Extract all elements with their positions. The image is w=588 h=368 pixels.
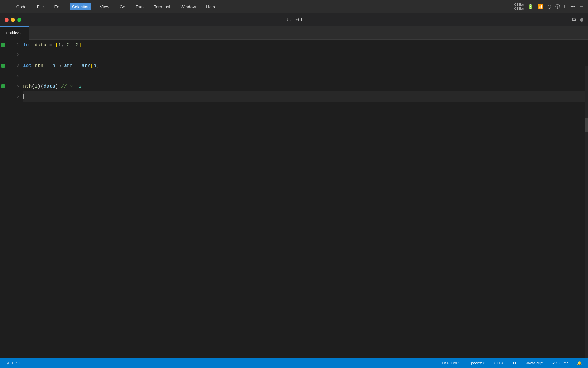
tab-bar: Untitled-1: [0, 26, 588, 40]
tab-label: Untitled-1: [6, 31, 23, 35]
network-stats: 0 KB/s 0 KB/s: [514, 3, 524, 11]
run-row-6: [0, 91, 9, 102]
statusbar-left: ⊗ 0 ⚠ 0: [5, 360, 23, 366]
var-data: data: [35, 42, 47, 48]
scrollbar-track[interactable]: [585, 66, 588, 368]
line-num-4: 4: [9, 71, 23, 81]
line-num-2: 2: [9, 50, 23, 60]
run-row-5: [0, 81, 9, 91]
line-num-1: 1: [9, 40, 23, 50]
spaces-setting[interactable]: Spaces: 2: [467, 360, 487, 366]
var-nth: nth: [35, 63, 44, 68]
apple-menu[interactable]: : [5, 4, 7, 10]
network-up: 0 KB/s: [514, 3, 524, 7]
run-indicator-1[interactable]: [1, 43, 5, 47]
menu-run[interactable]: Run: [134, 3, 145, 10]
window-title: Untitled-1: [285, 18, 303, 22]
help-circle-icon: ⓘ: [555, 4, 560, 10]
line-num-3: 3: [9, 60, 23, 71]
tab-untitled-1[interactable]: Untitled-1: [0, 26, 29, 40]
statusbar-right: Ln 6, Col 1 Spaces: 2 UTF-8 LF JavaScrip…: [440, 360, 583, 366]
line-num-6: 6: [9, 91, 23, 102]
timing: ✔ 2.30ms: [550, 360, 570, 366]
code-line-4: [23, 71, 588, 81]
error-count[interactable]: ⊗ 0 ⚠ 0: [5, 360, 23, 366]
code-line-5: nth ( 1 )( data ) // ? 2: [23, 81, 588, 91]
code-editor[interactable]: let data = [ 1 , 2 , 3 ] let nth = n ⇒ a…: [23, 40, 588, 358]
menu-bar:  Code File Edit Selection View Go Run T…: [0, 0, 588, 13]
run-row-2: [0, 50, 9, 60]
line-number-gutter: 1 2 3 4 5 6: [9, 40, 23, 358]
wifi-icon: 📶: [537, 4, 543, 9]
run-row-4: [0, 71, 9, 81]
warning-count-label: 0: [19, 361, 21, 365]
encoding[interactable]: UTF-8: [492, 360, 506, 366]
split-editor-icon[interactable]: ⧉: [572, 17, 576, 23]
network-down: 0 KB/s: [514, 7, 524, 11]
comment-q: // ?: [61, 84, 76, 89]
code-line-1: let data = [ 1 , 2 , 3 ]: [23, 40, 588, 50]
fn-nth-call: nth: [23, 84, 32, 89]
menu-file[interactable]: File: [35, 3, 45, 10]
menu-edit[interactable]: Edit: [53, 3, 63, 10]
menu-view[interactable]: View: [98, 3, 111, 10]
code-line-2: [23, 50, 588, 60]
notification-icon[interactable]: 🔔: [575, 360, 583, 366]
menu-window[interactable]: Window: [179, 3, 198, 10]
menu-go[interactable]: Go: [118, 3, 127, 10]
screen-icon: ⬡: [547, 4, 551, 9]
run-indicator-5[interactable]: [1, 84, 5, 88]
text-cursor: [23, 94, 24, 99]
run-row-3: [0, 60, 9, 71]
code-line-6[interactable]: [23, 91, 588, 102]
run-indicator-3[interactable]: [1, 64, 5, 68]
scrollbar-thumb[interactable]: [585, 118, 588, 132]
battery-icon: 🔋: [528, 4, 533, 9]
editor-area[interactable]: 1 2 3 4 5 6 let data = [ 1 , 2 , 3 ] let: [0, 40, 588, 358]
keyword-let-3: let: [23, 63, 32, 68]
result-value: 2: [76, 84, 82, 89]
run-indicator-column: [0, 40, 9, 358]
minimize-button[interactable]: [11, 18, 15, 22]
menu-help[interactable]: Help: [204, 3, 217, 10]
code-line-3: let nth = n ⇒ arr ⇒ arr [ n ]: [23, 60, 588, 71]
sync-dot: [580, 18, 583, 22]
menu-code[interactable]: Code: [15, 3, 28, 10]
language-mode[interactable]: JavaScript: [524, 360, 545, 366]
list-icon: ☰: [579, 4, 583, 9]
more-icon: •••: [570, 4, 575, 9]
line-ending[interactable]: LF: [511, 360, 519, 366]
maximize-button[interactable]: [17, 18, 21, 22]
run-row-1: [0, 40, 9, 50]
cursor-position[interactable]: Ln 6, Col 1: [440, 360, 462, 366]
menu-selection[interactable]: Selection: [70, 3, 91, 10]
menubar-right-area: 0 KB/s 0 KB/s 🔋 📶 ⬡ ⓘ ⌗ ••• ☰: [514, 3, 583, 11]
close-button[interactable]: [5, 18, 9, 22]
line-num-5: 5: [9, 81, 23, 91]
warning-icon: ⚠: [14, 361, 18, 365]
error-count-label: 0: [11, 361, 13, 365]
menu-terminal[interactable]: Terminal: [152, 3, 172, 10]
error-icon: ⊗: [6, 361, 9, 365]
keyword-let-1: let: [23, 42, 32, 48]
titlebar-actions: ⧉: [572, 17, 583, 23]
title-bar: Untitled-1 ⧉: [0, 13, 588, 26]
window-controls: [5, 18, 21, 22]
extensions-icon: ⌗: [564, 4, 566, 9]
status-bar: ⊗ 0 ⚠ 0 Ln 6, Col 1 Spaces: 2 UTF-8 LF J…: [0, 358, 588, 368]
